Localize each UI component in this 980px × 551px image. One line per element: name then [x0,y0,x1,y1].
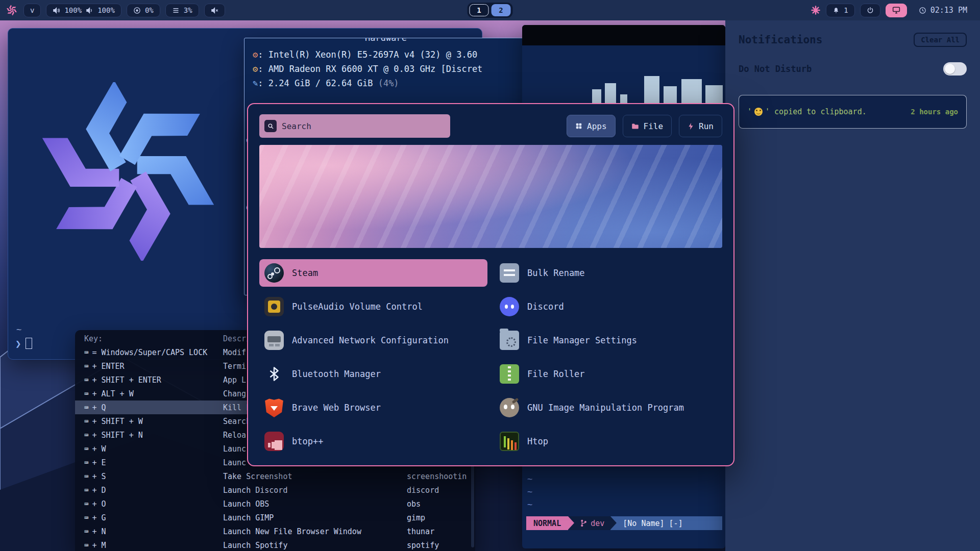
tab-run[interactable]: Run [679,115,722,137]
git-branch-name: dev [591,519,604,528]
app-item-pavucontrol[interactable]: PulseAudio Volume Control [259,293,487,320]
flower-accent-icon[interactable] [811,5,821,15]
app-item-steam[interactable]: Steam [259,259,487,287]
keyboard-icon: ⌨ [84,486,88,494]
vim-filename-segment: [No Name] [-] [617,516,722,530]
keyboard-icon: ⌨ [84,500,88,508]
memory-widget[interactable]: 3% [165,4,199,17]
app-item-discord[interactable]: Discord [495,293,724,320]
keyboard-icon: ⌨ [84,459,88,467]
app-item-htop[interactable]: Htop [495,428,724,455]
cpu-info-line: ⚙: Intel(R) Xeon(R) E5-2697A v4 (32) @ 3… [253,49,519,60]
notification-card[interactable]: ' ' copied to clipboard. 2 hours ago [739,95,967,129]
app-item-gimp[interactable]: GNU Image Manipulation Program [495,394,724,421]
bluetooth-icon [264,364,284,384]
btop-icon [264,432,284,451]
app-launcher-window: Apps File Run Steam Bulk Rename [247,103,734,466]
memory-info-line: ✎: 2.24 GiB / 62.64 GiB (4%) [253,78,519,88]
notifications-panel: Notifications Clear All Do Not Disturb '… [725,20,980,551]
app-item-btop[interactable]: btop++ [259,428,487,455]
vim-tilde: ~ [527,474,532,484]
folder-gear-icon [500,331,519,350]
powerline-arrow [568,516,574,530]
folder-icon [631,123,639,130]
graph-bar [681,79,702,106]
clock-widget[interactable]: 02:13 PM [912,4,974,17]
archive-icon [500,364,519,384]
volume-widget[interactable]: 100% 100% [46,4,121,17]
disk-usage-value: 0% [145,6,154,14]
app-item-bulk-rename[interactable]: Bulk Rename [495,259,724,287]
vim-tilde: ~ [527,487,532,497]
mic-volume-icon [86,7,93,14]
keybind-row[interactable]: ⌨+ MLaunch Spotifyspotify [75,538,475,551]
bulk-rename-icon [500,263,519,283]
vim-statusline: NORMAL dev [No Name] [-] [526,516,722,530]
smiley-emoji-icon [754,108,763,116]
app-item-network-config[interactable]: Advanced Network Configuration [259,327,487,354]
steam-icon [264,263,284,283]
discord-icon [500,297,519,316]
keybind-row[interactable]: ⌨+ OLaunch OBSobs [75,497,475,511]
keybind-row[interactable]: ⌨+ STake Screenshotscreenshootin [75,469,475,483]
search-input[interactable] [282,121,445,131]
muted-speaker-icon [211,7,218,14]
pulseaudio-icon [264,297,284,316]
nixos-snowflake-logo [39,82,217,261]
gpu-icon: ⚙ [253,64,258,74]
power-icon [867,7,874,14]
keyboard-icon: ⌨ [84,445,88,453]
workspace-1[interactable]: 1 [470,4,489,16]
app-item-brave[interactable]: Brave Web Browser [259,394,487,421]
powerline-arrow [610,516,617,530]
tab-file[interactable]: File [623,115,672,137]
mute-widget[interactable] [204,4,225,17]
vim-mode-segment: NORMAL [526,516,568,530]
keyboard-icon: ⌨ [84,514,88,522]
keyboard-icon: ⌨ [84,362,88,370]
keybind-row[interactable]: ⌨+ GLaunch GIMPgimp [75,511,475,524]
memory-percent: (4%) [378,78,399,88]
graph-bar [644,76,659,106]
launcher-menu-button[interactable]: v [23,4,41,17]
brave-shield-icon [264,398,284,417]
notifications-title: Notifications [739,34,822,46]
screenshare-button[interactable] [886,4,907,17]
cpu-icon: ⚙ [253,49,258,60]
app-item-file-roller[interactable]: File Roller [495,360,724,388]
terminal-black-header [522,25,725,45]
workspace-2[interactable]: 2 [492,4,511,16]
disk-widget[interactable]: 0% [127,4,160,17]
keybind-row[interactable]: ⌨+ NLaunch New File Browser Windowthunar [75,524,475,538]
memory-icon [172,7,180,14]
apps-grid-icon [575,122,582,130]
shell-prompt-line[interactable]: ❯ [15,338,32,349]
clear-all-button[interactable]: Clear All [914,33,967,47]
launcher-search-bar[interactable] [259,114,450,138]
bell-icon [832,7,840,14]
gpu-info-line: ⚙: AMD Radeon RX 6600 XT @ 0.03 GHz [Dis… [253,64,519,74]
do-not-disturb-label: Do Not Disturb [739,64,812,74]
keyboard-icon: ⌨ [84,417,88,425]
htop-icon [500,432,519,451]
gimp-wilber-icon [500,398,519,417]
keybinds-header-key: Key: [84,334,223,343]
terminal-cursor [26,338,32,349]
nixos-logo-icon[interactable] [6,5,17,16]
graph-bar [605,83,616,106]
power-button[interactable] [860,4,880,17]
keyboard-icon: ⌨ [84,528,88,536]
keybind-row[interactable]: ⌨+ DLaunch Discorddiscord [75,483,475,497]
app-item-file-manager-settings[interactable]: File Manager Settings [495,327,724,354]
memory-usage-value: 3% [184,6,192,14]
speaker-volume-value: 100% [64,6,82,14]
keyboard-icon: ⌨ [84,376,88,384]
keyboard-icon: ⌨ [84,431,88,439]
notification-timestamp: 2 hours ago [911,108,958,116]
notifications-bell-widget[interactable]: 1 [826,4,854,17]
keyboard-icon: ⌨ [84,348,88,357]
hardware-box-title: Hardware [360,38,412,43]
do-not-disturb-toggle[interactable] [943,62,967,76]
app-item-bluetooth[interactable]: Bluetooth Manager [259,360,487,388]
tab-apps[interactable]: Apps [567,115,616,137]
